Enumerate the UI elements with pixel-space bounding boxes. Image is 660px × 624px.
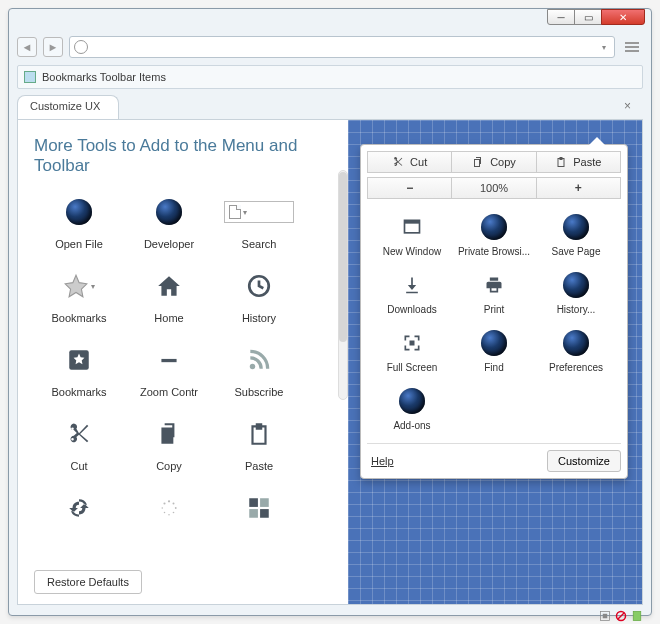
tool-item[interactable]: Home bbox=[124, 268, 214, 324]
panel-item[interactable]: Full Screen bbox=[371, 329, 453, 373]
svg-point-3 bbox=[250, 364, 255, 369]
tab-close-button[interactable]: × bbox=[624, 99, 631, 113]
status-icon-3[interactable] bbox=[631, 610, 643, 622]
sphere-icon bbox=[399, 388, 425, 414]
window-controls: ─ ▭ ✕ bbox=[548, 9, 645, 25]
panel-item[interactable]: Add-ons bbox=[371, 387, 453, 431]
tool-label: Cut bbox=[70, 460, 87, 472]
tool-item[interactable] bbox=[214, 490, 304, 534]
panel-item[interactable]: Find bbox=[453, 329, 535, 373]
tool-item[interactable]: ▾Search bbox=[214, 194, 304, 250]
tool-label: Subscribe bbox=[235, 386, 284, 398]
spinner-icon bbox=[160, 499, 178, 517]
svg-point-6 bbox=[175, 507, 177, 509]
panel-item-label: Preferences bbox=[549, 362, 603, 373]
maximize-button[interactable]: ▭ bbox=[574, 9, 602, 25]
panel-item[interactable]: History... bbox=[535, 271, 617, 315]
tool-grid: Open FileDeveloper▾Search▾BookmarksHomeH… bbox=[34, 194, 338, 534]
hamburger-menu-button[interactable] bbox=[621, 36, 643, 58]
panel-item[interactable]: New Window bbox=[371, 213, 453, 257]
tool-label: Open File bbox=[55, 238, 103, 250]
panel-item[interactable]: Downloads bbox=[371, 271, 453, 315]
addon-bar bbox=[17, 607, 643, 624]
copy-icon bbox=[472, 156, 484, 168]
bookmarks-toolbar[interactable]: Bookmarks Toolbar Items bbox=[17, 65, 643, 89]
panel-item-label: New Window bbox=[383, 246, 441, 257]
tool-label: Paste bbox=[245, 460, 273, 472]
status-icon-1[interactable] bbox=[599, 610, 611, 622]
sphere-icon bbox=[563, 272, 589, 298]
star-icon bbox=[63, 273, 89, 299]
svg-point-4 bbox=[168, 500, 170, 502]
tiles-icon bbox=[246, 495, 272, 521]
tool-label: Home bbox=[154, 312, 183, 324]
panel-item[interactable]: Private Browsi... bbox=[453, 213, 535, 257]
panel-item[interactable]: Preferences bbox=[535, 329, 617, 373]
help-link[interactable]: Help bbox=[371, 455, 394, 467]
tools-palette: More Tools to Add to the Menu and Toolba… bbox=[18, 120, 348, 604]
restore-defaults-button[interactable]: Restore Defaults bbox=[34, 570, 142, 594]
copy-button[interactable]: Copy bbox=[452, 151, 536, 173]
panel-footer: Help Customize bbox=[367, 443, 621, 472]
tool-item[interactable]: ▾Bookmarks bbox=[34, 268, 124, 324]
tool-label: Zoom Contr bbox=[140, 386, 198, 398]
svg-rect-17 bbox=[405, 220, 420, 223]
svg-point-9 bbox=[164, 512, 166, 514]
tool-item[interactable]: Cut bbox=[34, 416, 124, 472]
zoom-out-button[interactable]: − bbox=[367, 177, 452, 199]
home-icon bbox=[156, 273, 182, 299]
tool-item[interactable]: Subscribe bbox=[214, 342, 304, 398]
clipboard-icon bbox=[555, 156, 567, 168]
panel-item-label: Print bbox=[484, 304, 505, 315]
tool-item[interactable]: Copy bbox=[124, 416, 214, 472]
tool-label: Bookmarks bbox=[51, 386, 106, 398]
svg-point-8 bbox=[168, 514, 170, 516]
svg-rect-21 bbox=[633, 612, 641, 621]
svg-rect-13 bbox=[260, 498, 269, 507]
tab-strip: Customize UX × bbox=[17, 93, 643, 119]
sync-icon bbox=[66, 495, 92, 521]
forward-button[interactable]: ► bbox=[43, 37, 63, 57]
tab-label: Customize UX bbox=[30, 100, 100, 112]
customize-button[interactable]: Customize bbox=[547, 450, 621, 472]
tool-item[interactable]: Open File bbox=[34, 194, 124, 250]
rss-icon bbox=[246, 347, 272, 373]
status-icon-2[interactable] bbox=[615, 610, 627, 622]
window-icon bbox=[402, 217, 422, 237]
tool-item[interactable]: History bbox=[214, 268, 304, 324]
palette-scrollbar[interactable] bbox=[338, 170, 348, 400]
minimize-button[interactable]: ─ bbox=[547, 9, 575, 25]
tool-item[interactable] bbox=[124, 490, 214, 534]
scrollbar-thumb[interactable] bbox=[339, 172, 347, 342]
panel-item[interactable]: Print bbox=[453, 271, 535, 315]
panel-item-label: Downloads bbox=[387, 304, 436, 315]
url-bar[interactable]: ▾ bbox=[69, 36, 615, 58]
tool-item[interactable]: Zoom Contr bbox=[124, 342, 214, 398]
zoom-in-button[interactable]: + bbox=[537, 177, 621, 199]
blueprint-area: Cut Copy Paste − 100% + New Wi bbox=[348, 120, 642, 604]
tool-item[interactable]: Bookmarks bbox=[34, 342, 124, 398]
cut-button[interactable]: Cut bbox=[367, 151, 452, 173]
clipboard-icon bbox=[246, 421, 272, 447]
svg-rect-12 bbox=[249, 498, 258, 507]
close-button[interactable]: ✕ bbox=[601, 9, 645, 25]
edit-row: Cut Copy Paste bbox=[367, 151, 621, 173]
app-window: ─ ▭ ✕ ◄ ► ▾ Bookmarks Toolbar Items Cust… bbox=[8, 8, 652, 616]
panel-item-label: Find bbox=[484, 362, 503, 373]
title-bar: ─ ▭ ✕ bbox=[9, 9, 651, 31]
tool-item[interactable] bbox=[34, 490, 124, 534]
tool-label: Search bbox=[242, 238, 277, 250]
tab-customize-ux[interactable]: Customize UX bbox=[17, 95, 119, 119]
paste-button[interactable]: Paste bbox=[537, 151, 621, 173]
tool-label: Bookmarks bbox=[51, 312, 106, 324]
tool-item[interactable]: Developer bbox=[124, 194, 214, 250]
sphere-icon bbox=[563, 214, 589, 240]
panel-item[interactable]: Save Page bbox=[535, 213, 617, 257]
panel-item-label: Full Screen bbox=[387, 362, 438, 373]
sphere-icon bbox=[66, 199, 92, 225]
tool-item[interactable]: Paste bbox=[214, 416, 304, 472]
fullscreen-icon bbox=[402, 333, 422, 353]
sphere-icon bbox=[481, 214, 507, 240]
back-button[interactable]: ◄ bbox=[17, 37, 37, 57]
url-dropdown-icon[interactable]: ▾ bbox=[598, 43, 610, 52]
